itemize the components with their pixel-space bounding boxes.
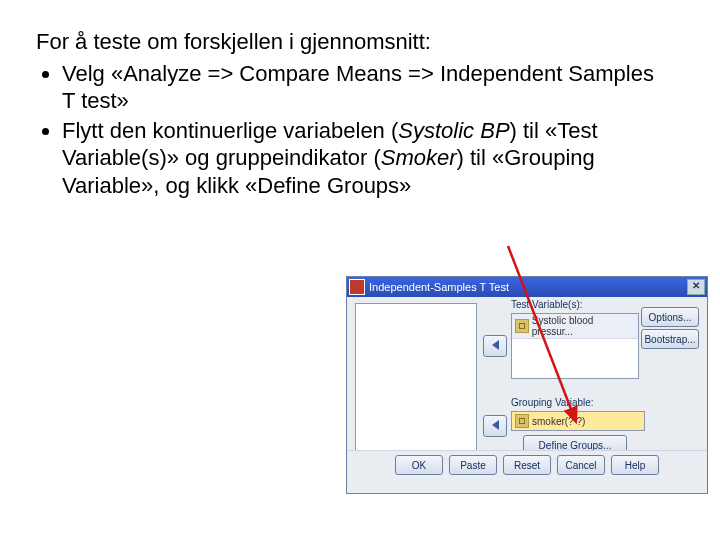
reset-button[interactable]: Reset <box>503 455 551 475</box>
list-item[interactable]: Systolic blood pressur... <box>512 314 638 339</box>
test-variables-label: Test Variable(s): <box>511 299 583 310</box>
bootstrap-button[interactable]: Bootstrap... <box>641 329 699 349</box>
intro-line: For å teste om forskjellen i gjennomsnit… <box>36 28 666 56</box>
help-label: Help <box>625 460 646 471</box>
bullet-2-a: Flytt den kontinuerlige variabelen ( <box>62 118 398 143</box>
bullet-1-text: Velg «Analyze => Compare Means => Indepe… <box>62 61 654 114</box>
scale-var-icon <box>515 319 529 333</box>
dialog-body: Test Variable(s): Systolic blood pressur… <box>347 297 707 479</box>
bootstrap-label: Bootstrap... <box>644 334 695 345</box>
move-to-test-button[interactable] <box>483 335 507 357</box>
cancel-label: Cancel <box>565 460 596 471</box>
spss-dialog: Independent-Samples T Test ✕ Test Variab… <box>346 276 708 494</box>
app-icon <box>349 279 365 295</box>
ok-button[interactable]: OK <box>395 455 443 475</box>
move-to-grouping-button[interactable] <box>483 415 507 437</box>
test-variables-list[interactable]: Systolic blood pressur... <box>511 313 639 379</box>
grouping-variable-label: Grouping Variable: <box>511 397 594 408</box>
paste-label: Paste <box>460 460 486 471</box>
ok-label: OK <box>412 460 426 471</box>
arrow-left-icon <box>492 340 499 350</box>
close-icon[interactable]: ✕ <box>687 279 705 295</box>
list-item-label: Systolic blood pressur... <box>532 315 635 337</box>
help-button[interactable]: Help <box>611 455 659 475</box>
grouping-variable-field[interactable]: smoker(? ?) <box>511 411 645 431</box>
bullet-list: Velg «Analyze => Compare Means => Indepe… <box>36 60 666 200</box>
arrow-left-icon <box>492 420 499 430</box>
cancel-button[interactable]: Cancel <box>557 455 605 475</box>
options-label: Options... <box>649 312 692 323</box>
bullet-1: Velg «Analyze => Compare Means => Indepe… <box>62 60 666 115</box>
define-groups-label: Define Groups... <box>539 440 612 451</box>
source-variable-list[interactable] <box>355 303 477 455</box>
dialog-title: Independent-Samples T Test <box>369 281 687 293</box>
scale-var-icon <box>515 414 529 428</box>
reset-label: Reset <box>514 460 540 471</box>
dialog-footer: OK Paste Reset Cancel Help <box>347 450 707 479</box>
options-button[interactable]: Options... <box>641 307 699 327</box>
bullet-2-var2: Smoker <box>381 145 457 170</box>
titlebar: Independent-Samples T Test ✕ <box>347 277 707 297</box>
grouping-value: smoker(? ?) <box>532 416 585 427</box>
paste-button[interactable]: Paste <box>449 455 497 475</box>
bullet-2: Flytt den kontinuerlige variabelen (Syst… <box>62 117 666 200</box>
slide-text-block: For å teste om forskjellen i gjennomsnit… <box>36 28 666 201</box>
bullet-2-var1: Systolic BP <box>398 118 509 143</box>
